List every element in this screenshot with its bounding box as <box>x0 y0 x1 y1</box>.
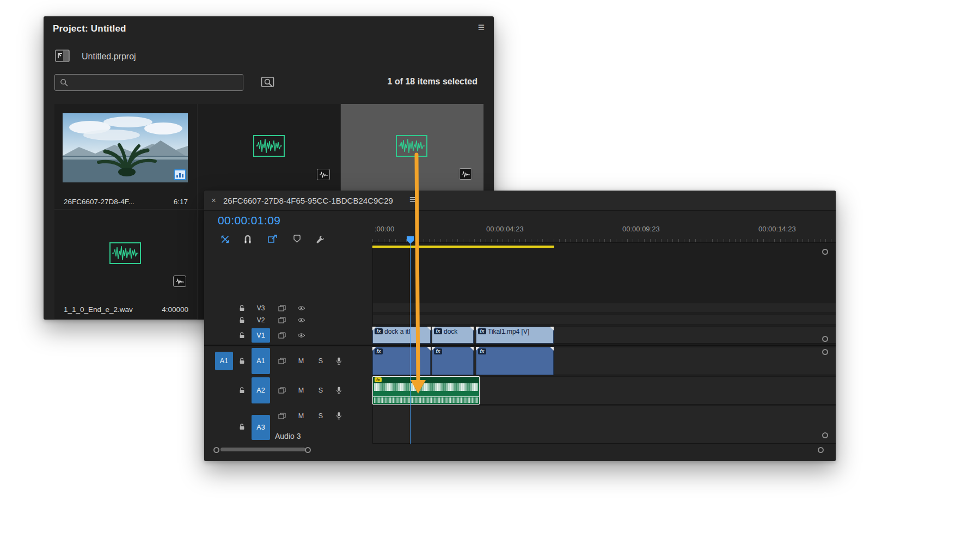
project-panel-title: Project: Untitled <box>53 23 126 34</box>
solo-button[interactable]: S <box>317 387 324 394</box>
audio-clip[interactable]: fx <box>432 347 474 375</box>
mute-button[interactable]: M <box>297 387 305 394</box>
track-target-a3[interactable]: A3 <box>252 415 270 440</box>
lock-icon[interactable] <box>239 387 245 394</box>
track-content-v3 <box>372 303 836 313</box>
fx-badge: fx <box>478 328 486 334</box>
ruler-label: 00:00:04:23 <box>486 225 524 233</box>
volume-line[interactable] <box>373 396 479 397</box>
ruler-label: :00:00 <box>375 225 394 233</box>
track-label-v3[interactable]: V3 <box>252 304 270 312</box>
search-box[interactable] <box>54 74 243 91</box>
track-output-eye-icon[interactable] <box>297 317 305 323</box>
selected-audio-clip[interactable]: fx <box>372 376 480 405</box>
clip-corner-notch <box>427 347 431 351</box>
clip-corner-notch <box>470 347 474 351</box>
track-output-eye-icon[interactable] <box>297 305 305 311</box>
playhead-timecode[interactable]: 00:00:01:09 <box>218 214 280 227</box>
lock-icon[interactable] <box>239 317 245 323</box>
lock-icon[interactable] <box>239 332 245 339</box>
sync-lock-icon[interactable] <box>278 413 286 419</box>
waveform-band <box>374 397 478 403</box>
track-label-v2[interactable]: V2 <box>252 316 270 324</box>
video-clip[interactable]: fx dock <box>432 327 474 344</box>
sync-lock-icon[interactable] <box>278 358 286 364</box>
voiceover-mic-icon[interactable] <box>336 412 342 420</box>
search-input[interactable] <box>72 75 240 90</box>
lock-icon[interactable] <box>239 424 245 430</box>
track-header-a1: A1 M S <box>204 347 372 375</box>
vscroll-handle[interactable] <box>822 349 828 355</box>
track-name-audio3[interactable]: Audio 3 <box>275 432 301 440</box>
vscroll-handle[interactable] <box>822 432 828 438</box>
track-header-v2: V2 <box>204 315 372 325</box>
audio-media-badge-icon <box>459 168 472 180</box>
sequence-badge-icon <box>174 169 186 180</box>
sync-lock-icon[interactable] <box>278 305 286 311</box>
mute-button[interactable]: M <box>297 357 305 365</box>
ruler-label: 00:00:14:23 <box>758 225 796 233</box>
nest-toggle-icon[interactable] <box>220 235 230 244</box>
fx-badge: fx <box>478 348 486 354</box>
ruler-label: 00:00:09:23 <box>622 225 660 233</box>
panel-menu-icon[interactable]: ≡ <box>478 21 485 34</box>
track-output-eye-icon[interactable] <box>297 333 305 338</box>
sync-lock-icon[interactable] <box>278 317 286 323</box>
solo-button[interactable]: S <box>317 357 324 365</box>
video-clip[interactable]: fx dock a itl <box>372 327 431 344</box>
lock-icon[interactable] <box>239 358 245 364</box>
vscroll-handle[interactable] <box>822 249 828 255</box>
voiceover-mic-icon[interactable] <box>336 357 342 365</box>
snap-magnet-icon[interactable] <box>244 235 252 244</box>
track-content-a3 <box>372 406 836 444</box>
track-target-a1[interactable]: A1 <box>252 348 270 374</box>
add-marker-icon[interactable] <box>293 235 301 243</box>
vscroll-handle[interactable] <box>822 336 828 342</box>
hscroll-right-handle[interactable] <box>305 447 311 453</box>
media-item-photo[interactable]: 26FC6607-27D8-4F... 6:17 <box>54 104 198 210</box>
waveform-band <box>374 383 478 391</box>
find-button[interactable] <box>261 75 276 89</box>
track-target-a2[interactable]: A2 <box>252 377 270 403</box>
audio-waveform-icon <box>253 135 285 157</box>
audio-media-badge-icon <box>173 276 186 287</box>
hscroll-left-handle[interactable] <box>213 447 219 453</box>
work-area-bar[interactable] <box>372 246 554 248</box>
track-target-v1[interactable]: V1 <box>252 328 270 342</box>
video-clip[interactable]: fx Tikal1.mp4 [V] <box>476 327 554 344</box>
panel-menu-icon[interactable]: ≡ <box>409 193 416 206</box>
horizontal-scrollbar[interactable] <box>220 448 305 451</box>
search-icon <box>60 78 69 87</box>
media-item-duration: 4:00000 <box>162 305 188 314</box>
voiceover-mic-icon[interactable] <box>336 387 342 395</box>
mute-button[interactable]: M <box>297 412 305 420</box>
track-header-v1: V1 <box>204 327 372 344</box>
close-tab-icon[interactable]: × <box>211 195 216 205</box>
audio-clip[interactable]: fx <box>372 347 431 375</box>
media-item-name: 1_1_0_End_e_2.wav <box>64 305 133 314</box>
sequence-tab[interactable]: 26FC6607-27D8-4F65-95CC-1BDCB24C9C29 <box>223 196 393 205</box>
desktop: Project: Untitled ≡ Untitled.prproj <box>0 0 980 551</box>
photo-thumbnail <box>63 113 188 182</box>
project-filename: Untitled.prproj <box>82 52 136 62</box>
solo-button[interactable]: S <box>317 412 324 420</box>
clip-label: Tikal1.mp4 [V] <box>488 328 551 335</box>
audio-clip[interactable]: fx <box>476 347 554 375</box>
sync-lock-icon[interactable] <box>278 387 286 394</box>
playhead-line <box>410 243 411 444</box>
audio-media-badge-icon <box>317 169 330 180</box>
linked-selection-icon[interactable] <box>268 235 277 243</box>
timeline-panel: × 26FC6607-27D8-4F65-95CC-1BDCB24C9C29 ≡… <box>204 191 836 461</box>
timeline-settings-wrench-icon[interactable] <box>316 235 325 244</box>
fx-badge: fx <box>434 328 442 334</box>
sync-lock-icon[interactable] <box>278 332 286 339</box>
track-header-a2: A2 M S <box>204 376 372 405</box>
media-item-wav[interactable]: 1_1_0_End_e_2.wav 4:00000 <box>54 210 198 320</box>
audio-waveform-icon <box>396 135 427 157</box>
project-bin-icon[interactable] <box>55 50 70 62</box>
hscroll-end-handle[interactable] <box>818 447 824 453</box>
lock-icon[interactable] <box>239 305 245 311</box>
media-item-name: 26FC6607-27D8-4F... <box>64 198 134 206</box>
clip-corner-notch <box>550 347 554 351</box>
fx-badge: fx <box>434 348 442 354</box>
